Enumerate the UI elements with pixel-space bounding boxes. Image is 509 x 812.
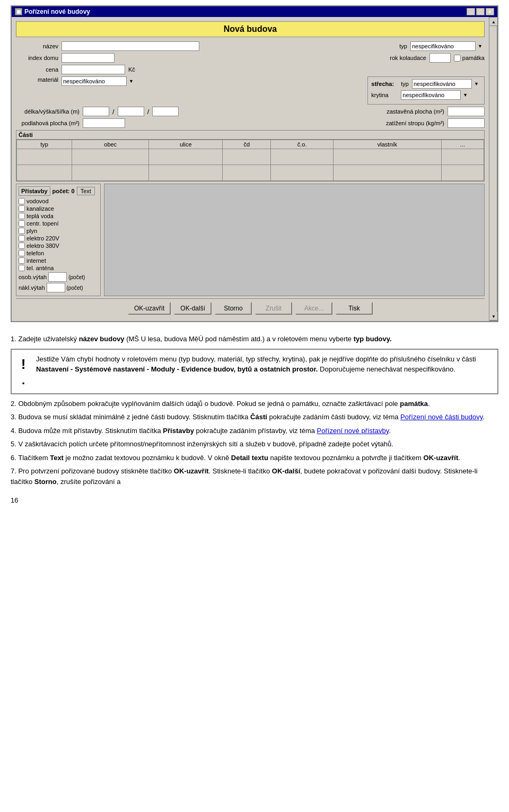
index-domu-input[interactable] xyxy=(62,53,115,63)
centr-topeni-label: centr. topení xyxy=(27,220,59,227)
para7-prefix: 7. Pro potvrzení pořizované budovy stisk… xyxy=(11,467,174,475)
warning-box: ! . Jestliže Vám chybí hodnoty v roletov… xyxy=(11,349,498,394)
nakl-vytah-input[interactable] xyxy=(47,283,65,292)
scroll-down-arrow[interactable]: ▼ xyxy=(489,312,498,321)
plyn-item: plyn xyxy=(19,228,98,234)
pristavby-right xyxy=(104,184,485,296)
casti-header: Části xyxy=(16,131,484,140)
elektro380-checkbox[interactable] xyxy=(19,243,25,249)
tepla-voda-label: teplá voda xyxy=(27,213,54,219)
typ-label: typ xyxy=(399,43,407,49)
para1-bold2: typ budovy. xyxy=(354,335,392,343)
para7-bold: OK-uzavřít xyxy=(174,467,209,475)
row-nazev-typ: název typ nespecifikováno ▼ xyxy=(16,41,485,51)
tepla-voda-item: teplá voda xyxy=(19,213,98,219)
centr-topeni-checkbox[interactable] xyxy=(19,220,25,227)
strecha-krytina-select[interactable]: nespecifikováno xyxy=(401,90,470,100)
body-text: 1. Zadejte uživatelský název budovy (MŠ … xyxy=(11,332,498,492)
casti-table: typ obec ulice čd č.o. vlastník ... xyxy=(16,140,484,181)
para6-suffix: . xyxy=(458,454,460,462)
plyn-checkbox[interactable] xyxy=(19,228,25,234)
para6-middle: je možno zadat textovou poznámku k budov… xyxy=(64,454,231,462)
form-header: Nová budova xyxy=(16,21,485,37)
pamatka-checkbox-label[interactable]: památka xyxy=(454,55,485,62)
typ-select-wrapper[interactable]: nespecifikováno ▼ xyxy=(410,41,485,51)
warning-text2: Doporučujeme nenechávat nespecifikováno. xyxy=(318,365,455,373)
warning-icon: ! . xyxy=(17,354,30,389)
para6: 6. Tlačítkem Text je možno zadat textovo… xyxy=(11,453,498,463)
telefon-label: telefon xyxy=(27,250,44,256)
para3-middle: pokračujte zadáním části budovy, viz tém… xyxy=(267,413,400,421)
strecha-title: střecha: xyxy=(371,81,398,87)
para3-bold: Části xyxy=(250,413,267,421)
elektro220-checkbox[interactable] xyxy=(19,235,25,241)
para2-bold: památka xyxy=(400,400,428,408)
tepla-voda-checkbox[interactable] xyxy=(19,213,25,219)
para1-suffix: (MŠ U lesa, budova MěÚ pod náměstím atd.… xyxy=(125,335,354,343)
tisk-button[interactable]: Tisk xyxy=(336,302,373,315)
pamatka-checkbox[interactable] xyxy=(454,55,461,62)
vodovod-checkbox[interactable] xyxy=(19,198,25,204)
strecha-krytina-select-wrapper[interactable]: nespecifikováno ▼ xyxy=(401,90,470,100)
kanalizace-checkbox[interactable] xyxy=(19,205,25,212)
scroll-up-arrow[interactable]: ▲ xyxy=(489,18,498,26)
internet-checkbox[interactable] xyxy=(19,257,25,264)
maximize-button[interactable]: □ xyxy=(476,8,485,15)
vyska-input[interactable] xyxy=(118,107,144,116)
ok-uzavrit-button[interactable]: OK-uzavřít xyxy=(128,302,171,315)
window-icon: ▣ xyxy=(15,8,22,15)
telefon-checkbox[interactable] xyxy=(19,250,25,256)
tel-antena-checkbox[interactable] xyxy=(19,265,25,271)
main-window: ▣ Pořízení nové budovy _ □ × Nová budova… xyxy=(11,5,498,322)
para4-link[interactable]: Pořízení nové přístavby xyxy=(317,427,389,435)
text-button[interactable]: Text xyxy=(77,187,95,195)
vodovod-item: vodovod xyxy=(19,198,98,204)
para3-link[interactable]: Pořízení nové části budovy xyxy=(400,413,482,421)
para3-prefix: 3. Budova se musí skládat minimálně z je… xyxy=(11,413,250,421)
akce-button[interactable]: Akce... xyxy=(295,302,332,315)
cena-input[interactable] xyxy=(62,65,125,74)
typ-select[interactable]: nespecifikováno xyxy=(410,41,485,51)
casti-col-dots: ... xyxy=(441,140,484,149)
para4-prefix: 4. Budova může mít přístavby. Stisknutím… xyxy=(11,427,163,435)
material-select[interactable]: nespecifikováno xyxy=(62,76,136,86)
osob-vytah-input[interactable] xyxy=(48,272,67,282)
rok-kolaudace-input[interactable] xyxy=(429,53,451,63)
strecha-typ-select[interactable]: nespecifikováno xyxy=(412,79,481,89)
window-scrollbar[interactable]: ▲ ▼ xyxy=(489,17,497,321)
nakl-vytah-sublabel: (počet) xyxy=(67,285,83,291)
sirka-input[interactable] xyxy=(152,107,179,116)
telefon-item: telefon xyxy=(19,250,98,256)
zrusit-button[interactable]: Zrušit xyxy=(255,302,292,315)
para4-middle: pokračujte zadáním přístavby, viz téma xyxy=(194,427,317,435)
warning-text: Jestliže Vám chybí hodnoty v roletovém m… xyxy=(36,354,492,389)
index-domu-label: index domu xyxy=(16,55,58,61)
strecha-typ-select-wrapper[interactable]: nespecifikováno ▼ xyxy=(412,79,481,89)
minimize-button[interactable]: _ xyxy=(467,8,475,15)
rok-kolaudace-label: rok kolaudace xyxy=(390,55,426,61)
zatizeni-input[interactable] xyxy=(447,118,485,128)
para5-text: 5. V zaškrtávacích polích určete přítomn… xyxy=(11,440,393,448)
podlahova-input[interactable] xyxy=(83,118,125,128)
window-controls[interactable]: _ □ × xyxy=(467,8,494,15)
para3: 3. Budova se musí skládat minimálně z je… xyxy=(11,412,498,422)
para4-bold: Přístavby xyxy=(163,427,194,435)
row-material-strecha: materiál nespecifikováno ▼ střecha: typ xyxy=(16,76,485,105)
close-button[interactable]: × xyxy=(486,8,494,15)
storno-button[interactable]: Storno xyxy=(215,302,252,315)
ok-dalsi-button[interactable]: OK-další xyxy=(174,302,212,315)
row-delka-zastavena: délka/výška/šířka (m) / / zastavěná ploc… xyxy=(16,107,485,116)
kanalizace-label: kanalizace xyxy=(27,205,54,212)
plyn-label: plyn xyxy=(27,228,37,234)
delka-input[interactable] xyxy=(83,107,109,116)
zastavena-input[interactable] xyxy=(447,107,485,116)
para7-suffix: . Stisknete-li tlačítko xyxy=(209,467,272,475)
titlebar-left: ▣ Pořízení nové budovy xyxy=(15,8,90,15)
nazev-input[interactable] xyxy=(62,41,199,51)
osob-vytah-sublabel: (počet) xyxy=(68,274,85,280)
strecha-box: střecha: typ nespecifikováno ▼ krytina xyxy=(367,76,485,105)
para3-suffix: . xyxy=(482,413,485,421)
elektro380-label: elektro 380V xyxy=(27,243,59,249)
material-select-wrapper[interactable]: nespecifikováno ▼ xyxy=(62,76,136,86)
material-label: materiál xyxy=(16,76,58,83)
